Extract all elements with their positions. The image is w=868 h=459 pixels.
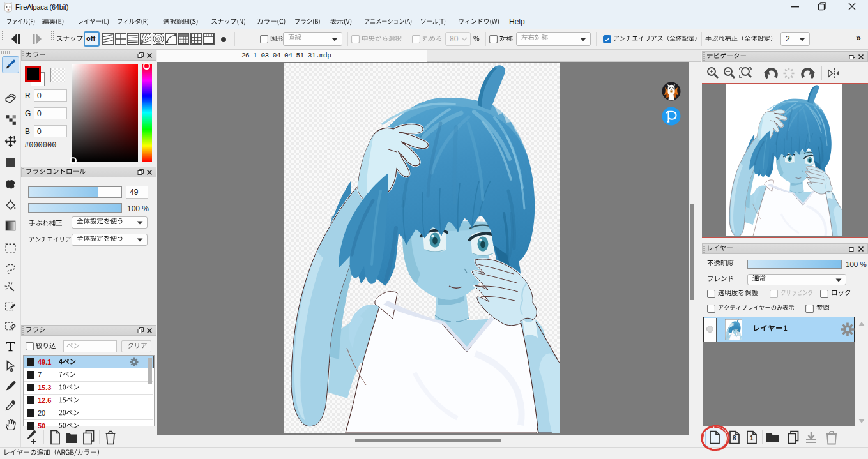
svg-text:8: 8 [733, 434, 736, 442]
svg-text:1: 1 [750, 434, 754, 442]
